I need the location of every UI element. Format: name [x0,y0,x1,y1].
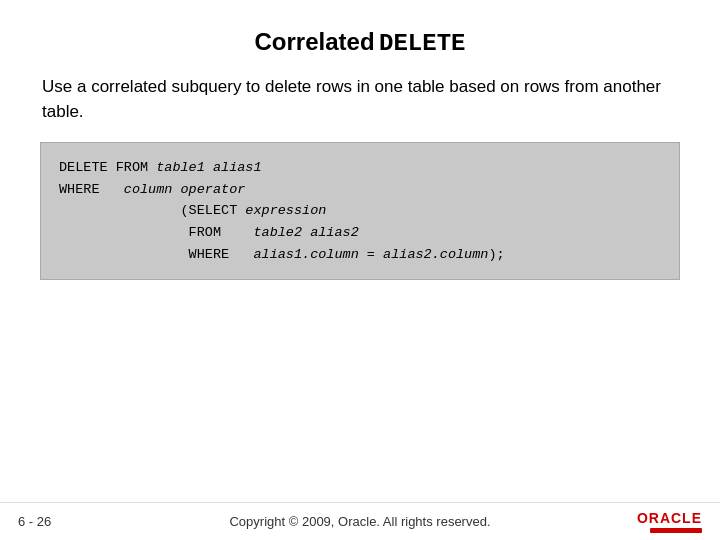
code-line-2: WHERE column operator [59,179,661,201]
title-code-text: DELETE [379,30,465,57]
copyright-text: Copyright © 2009, Oracle. All rights res… [229,514,490,529]
title-area: Correlated DELETE [40,0,680,75]
slide-page: Correlated DELETE Use a correlated subqu… [0,0,720,540]
oracle-logo: ORACLE [637,510,702,533]
code-line-1: DELETE FROM table1 alias1 [59,157,661,179]
code-line-5: WHERE alias1.column = alias2.column); [59,244,661,266]
slide-number: 6 - 26 [18,514,51,529]
oracle-stripe [650,528,702,533]
code-line-4: FROM table2 alias2 [59,222,661,244]
code-block: DELETE FROM table1 alias1 WHERE column o… [40,142,680,280]
code-line-3: (SELECT expression [59,200,661,222]
oracle-wordmark: ORACLE [637,510,702,526]
title-normal-text: Correlated [255,28,375,55]
footer: 6 - 26 Copyright © 2009, Oracle. All rig… [0,502,720,540]
description-text: Use a correlated subquery to delete rows… [40,75,680,124]
